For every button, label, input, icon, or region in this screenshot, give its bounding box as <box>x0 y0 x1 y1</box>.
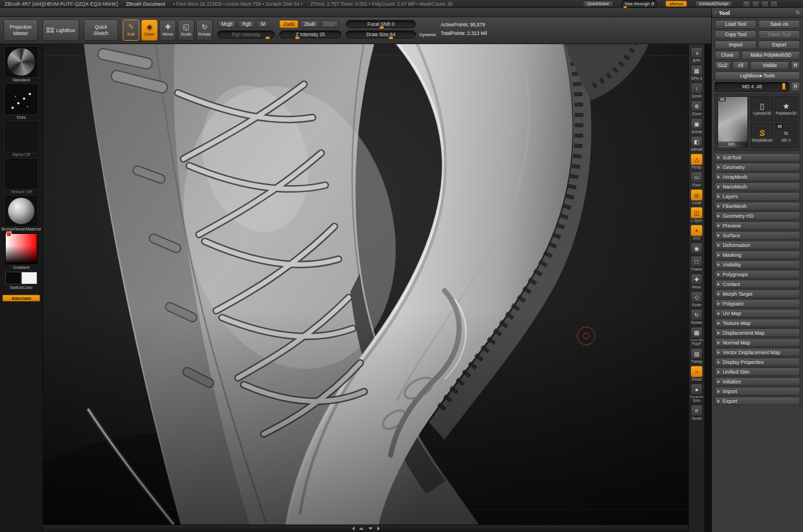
export-button[interactable]: Export <box>758 41 800 49</box>
shelf-button-zoom[interactable]: ⊕ Zoom <box>691 100 703 116</box>
shelf-button-xpose[interactable]: ≡ Xpose <box>691 405 703 421</box>
clone-button[interactable]: Clone <box>715 51 740 60</box>
titlebar-icon-1[interactable] <box>743 1 750 7</box>
material-selector[interactable]: BumpViewerMaterial <box>1 196 41 232</box>
menu-item[interactable] <box>49 12 54 13</box>
menu-item[interactable] <box>112 12 117 13</box>
stroke-selector[interactable]: Dots <box>5 84 37 120</box>
load-tool-button[interactable]: Load Tool <box>715 20 757 29</box>
tool-section[interactable]: Export <box>715 397 800 405</box>
m-button[interactable]: M <box>257 20 269 28</box>
menu-item[interactable] <box>124 12 128 13</box>
menu-item[interactable] <box>78 12 83 13</box>
menu-item[interactable] <box>101 12 106 13</box>
shelf-button-scale[interactable]: ◇ Scale <box>691 291 703 307</box>
shelf-button-pivot[interactable]: ◉ <box>691 242 703 254</box>
goz-button[interactable]: GoZ <box>715 61 731 70</box>
tool-section[interactable]: Initialize <box>715 377 800 386</box>
shelf-button-frame[interactable]: □ Frame <box>691 256 703 272</box>
rgb-intensity-slider[interactable]: Rgb Intensity <box>217 30 275 38</box>
shelf-button-local[interactable]: ◎ Local <box>691 189 703 205</box>
see-through-slider[interactable]: See-through 0 <box>621 0 657 7</box>
current-tool-thumbnail[interactable]: 45 MD.. <box>718 96 748 148</box>
save-as-button[interactable]: Save As <box>758 20 800 29</box>
menu-item[interactable] <box>3 12 8 13</box>
tool-section[interactable]: UV Map <box>715 309 800 318</box>
draw-button[interactable]: ◉ Draw <box>141 19 158 41</box>
tool-thumbnail-md4[interactable]: 45 ≈ MD 4 <box>775 123 797 148</box>
titlebar-icon-3[interactable] <box>761 1 769 7</box>
menu-item[interactable] <box>55 12 60 13</box>
menu-item[interactable] <box>32 12 37 13</box>
switch-color[interactable]: SwitchColor <box>5 272 37 290</box>
tool-section[interactable]: Polypaint <box>715 299 800 308</box>
copy-tool-button[interactable]: Copy Tool <box>715 30 757 39</box>
shelf-button-actual[interactable]: ▣ Actual <box>691 118 703 134</box>
paste-tool-button[interactable]: Paste Tool <box>758 30 800 39</box>
goz-r-button[interactable]: R <box>791 61 800 70</box>
shelf-button-floor[interactable]: ▭ Floor <box>691 171 703 187</box>
tool-section[interactable]: Polygroups <box>715 270 800 279</box>
tool-section[interactable]: Geometry <box>715 163 800 171</box>
texture-thumbnail-icon[interactable] <box>5 159 37 189</box>
menu-item[interactable] <box>84 12 88 13</box>
lightbox-tools-button[interactable]: Lightbox►Tools <box>715 72 800 80</box>
shelf-button-solo[interactable]: ● Dynamic Solo <box>690 384 703 403</box>
scroll-down-icon[interactable] <box>368 527 373 530</box>
menu-item[interactable] <box>26 12 31 13</box>
scale-button[interactable]: ◱ Scale <box>178 19 194 41</box>
menu-item[interactable] <box>21 12 25 13</box>
goz-visible-button[interactable]: Visible <box>750 61 789 70</box>
sculpt-model-sneaker[interactable] <box>43 44 688 525</box>
tool-section[interactable]: Normal Map <box>715 338 800 347</box>
tool-section[interactable]: Surface <box>715 231 800 240</box>
secondary-color-swatch[interactable] <box>21 272 37 284</box>
tool-section[interactable]: ArrayMesh <box>715 173 800 181</box>
rgb-button[interactable]: Rgb <box>238 20 255 28</box>
tool-section[interactable]: Geometry HD <box>715 212 800 220</box>
menu-item[interactable] <box>67 12 71 13</box>
focal-shift-slider[interactable]: Focal Shift 0 <box>346 20 416 28</box>
menu-item[interactable] <box>72 12 77 13</box>
brush-thumbnail-icon[interactable] <box>5 47 37 77</box>
menu-item[interactable] <box>61 12 65 13</box>
move-button[interactable]: ✚ Move <box>159 19 176 41</box>
menu-item[interactable] <box>89 12 94 13</box>
lightbox-button[interactable]: LightBox <box>42 19 79 41</box>
scroll-right-icon[interactable] <box>377 526 380 531</box>
tool-section[interactable]: Import <box>715 387 800 396</box>
menu-item[interactable] <box>9 12 14 13</box>
shelf-button-scroll[interactable]: ↕ Scroll <box>691 83 703 99</box>
color-gradient-picker[interactable] <box>5 233 37 264</box>
material-sphere-icon[interactable] <box>5 196 37 226</box>
shelf-button-spix[interactable]: ▦ SPix 3 <box>691 65 703 81</box>
goz-all-button[interactable]: All <box>732 61 749 70</box>
z-intensity-slider[interactable]: Z Intensity 25 <box>279 30 341 38</box>
brush-selector[interactable]: Standard <box>5 47 37 83</box>
menu-item[interactable] <box>15 12 20 13</box>
md-resolution-slider[interactable]: MD 4. 48 <box>715 82 789 92</box>
scroll-left-icon[interactable] <box>352 526 354 531</box>
projection-master-button[interactable]: Projection Master <box>3 19 38 41</box>
tool-section[interactable]: Displacement Map <box>715 328 800 337</box>
shelf-button-bpr[interactable]: ◑ BPR <box>691 47 703 63</box>
menus-button[interactable]: Menus <box>665 1 687 7</box>
tool-section[interactable]: Unified Skin <box>715 367 800 376</box>
tool-section[interactable]: Preview <box>715 221 800 230</box>
quicksave-button[interactable]: QuickSave <box>583 1 613 7</box>
tool-thumbnail-simplebrush[interactable]: S SimpleBrush <box>751 123 773 148</box>
shelf-button-move[interactable]: ✚ Move <box>691 273 703 290</box>
menu-item[interactable] <box>38 12 42 13</box>
shelf-button-xyz[interactable]: + XYZ <box>691 225 703 241</box>
menu-item[interactable] <box>130 12 134 13</box>
viewport-canvas[interactable] <box>43 44 688 532</box>
tool-section[interactable]: Vector Displacement Map <box>715 348 800 357</box>
menu-item[interactable] <box>118 12 123 13</box>
titlebar-icon-4[interactable] <box>770 1 778 7</box>
rotate-button[interactable]: ↻ Rotate <box>196 19 213 41</box>
tool-thumbnail-cylinder3d[interactable]: ▯ Cylinder3D <box>751 96 773 122</box>
tool-section[interactable]: Texture Map <box>715 319 800 327</box>
mrgb-button[interactable]: Mrgb <box>217 20 236 28</box>
alpha-selector[interactable]: Alpha Off <box>5 122 37 157</box>
tool-section[interactable]: Morph Target <box>715 290 800 298</box>
